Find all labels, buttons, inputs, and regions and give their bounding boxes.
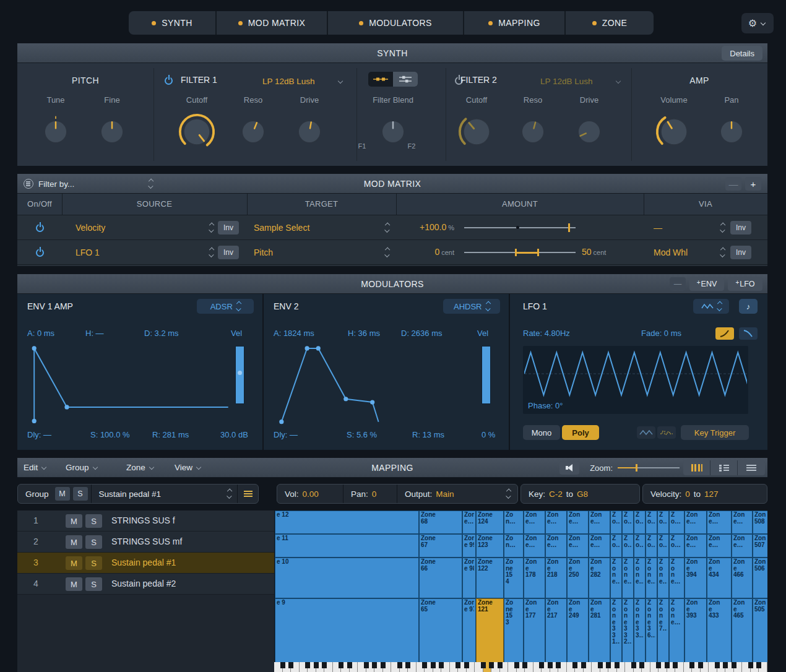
piano-key-black[interactable] <box>732 662 736 668</box>
zone-cell[interactable]: Zo… <box>634 534 646 558</box>
zone-cell[interactable]: Zone124 <box>476 510 504 534</box>
zone-cell[interactable]: Zone282 <box>589 558 610 598</box>
zone-cell[interactable]: Zo… <box>622 534 634 558</box>
env1-graph[interactable] <box>26 343 230 425</box>
zone-cell[interactable]: Zone394 <box>685 558 707 598</box>
add-row-button[interactable]: + <box>745 177 761 191</box>
zone-cell[interactable]: Zo… <box>669 534 685 558</box>
piano-key-black[interactable] <box>631 662 636 668</box>
mono-button[interactable]: Mono <box>523 425 560 440</box>
lfo-wave-dropdown[interactable] <box>693 299 729 314</box>
zone-cell[interactable]: Zone123 <box>476 534 504 558</box>
zone-cell[interactable]: Zone… <box>589 534 610 558</box>
lfo-fade[interactable]: Fade: 0 ms <box>641 329 681 338</box>
zone-cell[interactable]: Zo… <box>622 510 634 534</box>
env2-release[interactable]: R: 13 ms <box>412 430 444 439</box>
env1-sustain[interactable]: S: 100.0 % <box>90 430 130 439</box>
mute-button[interactable]: M <box>66 556 82 570</box>
amount-value[interactable]: 0cent <box>399 247 454 257</box>
source-invert-button[interactable]: Inv <box>218 221 239 235</box>
zone-cell[interactable]: Zone… <box>669 558 685 598</box>
volume-field[interactable]: Vol:0.00 <box>277 485 343 503</box>
piano-key-black[interactable] <box>288 662 293 668</box>
piano-key-black[interactable] <box>748 662 753 668</box>
zone-cell[interactable]: Zone… <box>567 534 589 558</box>
tab-modulators[interactable]: MODULATORS <box>328 11 463 35</box>
zone-cell[interactable]: Zone… <box>685 510 707 534</box>
zone-cell[interactable]: Zone393 <box>685 598 707 662</box>
env1-hold[interactable]: H: — <box>85 329 104 338</box>
piano-key-black[interactable] <box>481 662 486 668</box>
target-dropdown[interactable]: Pitch <box>254 246 389 259</box>
env1-release[interactable]: R: 281 ms <box>152 430 189 439</box>
zone-cell[interactable]: Zone465 <box>732 598 753 662</box>
zone-cell[interactable]: Zone… <box>524 510 545 534</box>
zone-cell[interactable]: Zone… <box>732 510 753 534</box>
zone-cell[interactable]: Zon… <box>504 510 524 534</box>
zone-cell[interactable]: Zone 98 <box>462 558 476 598</box>
env1-decay[interactable]: D: 3.2 ms <box>144 329 179 338</box>
piano-key-black[interactable] <box>598 662 603 668</box>
mute-button[interactable]: M <box>66 535 82 549</box>
velocity-range-field[interactable]: Velocity:0to127 <box>643 485 767 503</box>
zone-cell[interactable]: Zone 97 <box>462 598 476 662</box>
source-dropdown[interactable]: LFO 1 <box>76 246 213 259</box>
zone-cell[interactable]: Zone… <box>622 558 634 598</box>
fade-in-button[interactable] <box>715 327 734 340</box>
piano-key-black[interactable] <box>656 662 661 668</box>
zone-cell[interactable]: Zone33… <box>634 598 646 662</box>
lfo-rate[interactable]: Rate: 4.80Hz <box>523 329 570 338</box>
via-dropdown[interactable]: — <box>654 221 724 235</box>
env1-attack[interactable]: A: 0 ms <box>27 329 54 338</box>
lfo-shape-stepped-button[interactable] <box>657 426 676 439</box>
zone-cell[interactable]: Zon506 <box>753 558 767 598</box>
pan-knob[interactable] <box>715 116 748 150</box>
zone-cell[interactable]: e 9 <box>275 598 419 662</box>
zone-cell[interactable]: Zone434 <box>707 558 732 598</box>
row-power-button[interactable] <box>36 224 44 232</box>
env1-mode-dropdown[interactable]: ADSR <box>197 299 254 314</box>
solo-button[interactable]: S <box>85 535 102 549</box>
lfo-tempo-sync-button[interactable]: ♪ <box>739 299 758 314</box>
zone-cell[interactable]: Zone… <box>545 510 567 534</box>
filter1-drive-knob[interactable] <box>293 116 326 150</box>
zone-cell[interactable]: Zo… <box>610 534 622 558</box>
piano-key-black[interactable] <box>456 662 460 668</box>
zone-cell[interactable]: e 10 <box>275 558 419 598</box>
group-view-button[interactable] <box>710 460 738 475</box>
zone-cell[interactable]: Zone332… <box>622 598 634 662</box>
zone-cell[interactable]: Zo… <box>657 534 669 558</box>
slider-handle[interactable] <box>537 249 539 256</box>
env2-mode-dropdown[interactable]: AHDSR <box>443 299 500 314</box>
zone-view-button[interactable] <box>738 460 765 475</box>
filter1-cutoff-knob[interactable] <box>178 113 216 153</box>
piano-key-black[interactable] <box>381 662 386 668</box>
env2-attack[interactable]: A: 1824 ms <box>274 329 314 338</box>
fade-out-button[interactable] <box>739 327 758 340</box>
piano-key-black[interactable] <box>514 662 519 668</box>
row-power-button[interactable] <box>36 249 44 257</box>
zone-cell[interactable]: Zo… <box>646 534 657 558</box>
piano-key-black[interactable] <box>715 662 720 668</box>
piano-key-black[interactable] <box>698 662 703 668</box>
group-mute-button[interactable]: M <box>55 487 70 501</box>
mute-button[interactable]: M <box>66 514 82 528</box>
zone-cell[interactable]: Zone281 <box>589 598 610 662</box>
zone-cell[interactable]: Zone… <box>524 534 545 558</box>
remove-modulator-button[interactable]: — <box>670 277 686 291</box>
zone-cell[interactable]: Zon… <box>504 534 524 558</box>
piano-key-black[interactable] <box>539 662 544 668</box>
piano-key-black[interactable] <box>498 662 503 668</box>
zone-cell[interactable]: Zo… <box>634 510 646 534</box>
zone-cell[interactable]: Zone 99 <box>462 534 476 558</box>
zone-cell[interactable]: Zone67 <box>419 534 462 558</box>
audition-button[interactable] <box>559 461 579 475</box>
edit-menu[interactable]: Edit <box>24 463 48 472</box>
velocity-handle[interactable] <box>238 371 242 375</box>
source-dropdown[interactable]: Velocity <box>76 221 213 235</box>
piano-key-black[interactable] <box>673 662 678 668</box>
piano-key-black[interactable] <box>464 662 469 668</box>
mute-button[interactable]: M <box>66 577 82 591</box>
output-dropdown[interactable]: Output:Main <box>397 485 517 503</box>
filter1-type-dropdown[interactable]: LP 12dB Lush <box>262 75 344 87</box>
